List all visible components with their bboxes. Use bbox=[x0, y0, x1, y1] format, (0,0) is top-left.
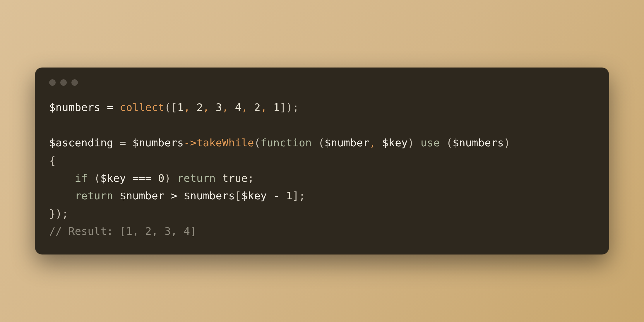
code-token bbox=[229, 101, 235, 113]
code-token bbox=[414, 137, 421, 149]
code-token bbox=[248, 101, 254, 113]
code-token: 1 bbox=[273, 101, 280, 113]
code-token bbox=[190, 101, 196, 113]
code-token: ) bbox=[165, 172, 171, 184]
code-token: $key bbox=[382, 137, 408, 149]
code-token: > bbox=[171, 190, 177, 202]
code-token: $numbers bbox=[453, 137, 504, 149]
code-token: === bbox=[132, 172, 152, 184]
code-token: = bbox=[120, 137, 126, 149]
code-token bbox=[152, 172, 158, 184]
code-token: , bbox=[184, 101, 190, 113]
code-token: } bbox=[49, 208, 56, 220]
code-token: 3 bbox=[216, 101, 222, 113]
code-token: , bbox=[369, 137, 376, 149]
code-token: ( bbox=[446, 137, 453, 149]
code-token: ) bbox=[408, 137, 414, 149]
code-token: 4 bbox=[235, 101, 241, 113]
code-token bbox=[49, 190, 75, 202]
code-token bbox=[280, 190, 286, 202]
code-token bbox=[209, 101, 216, 113]
code-token: ( bbox=[94, 172, 100, 184]
code-token bbox=[88, 172, 94, 184]
code-token: , bbox=[261, 101, 267, 113]
code-token: true bbox=[222, 172, 248, 184]
code-token: ; bbox=[299, 190, 305, 202]
code-token bbox=[376, 137, 382, 149]
code-token: $numbers bbox=[184, 190, 235, 202]
code-token bbox=[171, 172, 177, 184]
code-token: ( bbox=[318, 137, 325, 149]
code-token: ] bbox=[292, 190, 299, 202]
code-token: = bbox=[107, 101, 113, 113]
window-titlebar bbox=[49, 79, 595, 86]
code-token bbox=[113, 137, 120, 149]
maximize-icon[interactable] bbox=[71, 79, 78, 86]
code-token: ( bbox=[165, 101, 171, 113]
code-token: $numbers bbox=[132, 137, 184, 149]
code-token: $ascending bbox=[49, 137, 113, 149]
code-token bbox=[177, 190, 184, 202]
code-token bbox=[126, 172, 133, 184]
code-token: return bbox=[75, 190, 113, 202]
code-token: 2 bbox=[196, 101, 203, 113]
code-token: ( bbox=[254, 137, 261, 149]
code-token: [ bbox=[171, 101, 177, 113]
code-token: $key bbox=[100, 172, 126, 184]
code-token bbox=[113, 101, 120, 113]
code-content: $numbers = collect([1, 2, 3, 4, 2, 1]); … bbox=[49, 99, 595, 240]
code-window: $numbers = collect([1, 2, 3, 4, 2, 1]); … bbox=[35, 68, 609, 254]
code-token bbox=[216, 172, 222, 184]
code-token: // Result: [1, 2, 3, 4] bbox=[49, 225, 196, 237]
code-token: { bbox=[49, 155, 56, 167]
code-token: 0 bbox=[158, 172, 165, 184]
code-token: use bbox=[421, 137, 440, 149]
code-token: 1 bbox=[177, 101, 184, 113]
code-token: - bbox=[273, 190, 280, 202]
code-token bbox=[165, 190, 171, 202]
code-token: return bbox=[177, 172, 216, 184]
code-token bbox=[126, 137, 133, 149]
close-icon[interactable] bbox=[49, 79, 56, 86]
code-token: collect bbox=[120, 101, 165, 113]
code-token: [ bbox=[235, 190, 241, 202]
code-token: ; bbox=[248, 172, 254, 184]
code-token bbox=[312, 137, 318, 149]
code-token: 2 bbox=[254, 101, 261, 113]
code-token: $numbers bbox=[49, 101, 100, 113]
code-token: takeWhile bbox=[196, 137, 254, 149]
code-token: ; bbox=[62, 208, 68, 220]
code-token bbox=[267, 190, 273, 202]
code-token: ; bbox=[292, 101, 299, 113]
code-token bbox=[267, 101, 273, 113]
code-token: function bbox=[261, 137, 312, 149]
minimize-icon[interactable] bbox=[60, 79, 67, 86]
code-token bbox=[100, 101, 107, 113]
code-token: , bbox=[203, 101, 209, 113]
code-token: if bbox=[75, 172, 88, 184]
code-token: ] bbox=[280, 101, 286, 113]
code-token: $key bbox=[241, 190, 267, 202]
code-token: ) bbox=[286, 101, 292, 113]
code-token bbox=[113, 190, 120, 202]
code-token: ) bbox=[56, 208, 62, 220]
code-token: $number bbox=[120, 190, 165, 202]
code-token: , bbox=[222, 101, 229, 113]
code-token: 1 bbox=[286, 190, 292, 202]
code-token: ) bbox=[504, 137, 510, 149]
code-token: -> bbox=[184, 137, 196, 149]
code-token: $number bbox=[325, 137, 369, 149]
code-token bbox=[440, 137, 446, 149]
code-token: , bbox=[241, 101, 248, 113]
code-token bbox=[49, 172, 75, 184]
